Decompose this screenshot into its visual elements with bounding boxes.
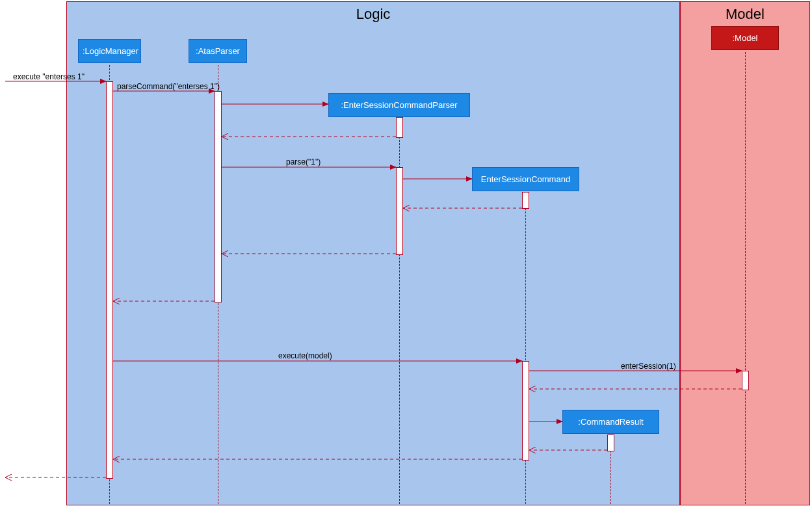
msg-parsecommand: parseCommand("enterses 1") [117, 82, 220, 91]
logic-frame-title: Logic [67, 6, 679, 23]
activation-atasparser [215, 91, 222, 302]
activation-escp-1 [396, 117, 403, 138]
activation-cmdresult [607, 434, 614, 451]
activation-escmd-1 [522, 192, 529, 209]
participant-escmd: EnterSessionCommand [472, 167, 579, 191]
activation-escmd-2 [522, 361, 529, 461]
msg-execute-enterses: execute "enterses 1" [13, 72, 85, 81]
msg-parse: parse("1") [286, 157, 321, 167]
model-frame-title: Model [681, 6, 809, 23]
sequence-diagram: Logic Model :LogicManager :AtasParser :M… [0, 0, 812, 508]
participant-logicmanager: :LogicManager [78, 39, 141, 63]
participant-model: :Model [711, 26, 779, 50]
participant-escp: :EnterSessionCommandParser [328, 93, 470, 117]
participant-atasparser: :AtasParser [189, 39, 247, 63]
activation-escp-2 [396, 167, 403, 255]
msg-execute-model: execute(model) [278, 351, 332, 360]
msg-entersession: enterSession(1) [621, 362, 676, 371]
participant-cmdresult: :CommandResult [562, 410, 659, 434]
activation-model [742, 371, 749, 390]
activation-logicmanager [106, 81, 113, 479]
lifeline-model [745, 52, 746, 504]
